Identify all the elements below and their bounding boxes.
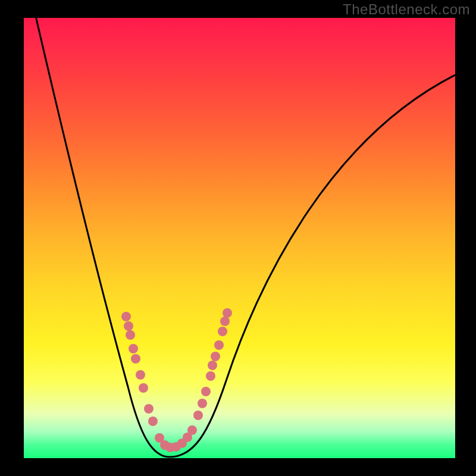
marker-right-7: [218, 327, 227, 336]
markers-group: [121, 308, 232, 452]
marker-left-3: [129, 344, 138, 353]
series-group: [33, 6, 455, 457]
marker-right-8: [220, 317, 230, 326]
marker-bottom-6: [187, 425, 197, 435]
marker-left-1: [124, 321, 133, 331]
chart-svg: [24, 18, 455, 458]
marker-left-7: [144, 404, 154, 414]
marker-left-8: [148, 416, 158, 426]
marker-right-6: [214, 340, 224, 350]
marker-left-6: [139, 383, 148, 393]
chart-frame: TheBottleneck.com: [0, 0, 476, 476]
marker-right-2: [201, 387, 211, 396]
marker-right-0: [193, 411, 203, 420]
marker-left-4: [131, 354, 140, 364]
marker-right-5: [211, 352, 220, 361]
marker-left-0: [121, 312, 131, 321]
curve-bottleneck-curve: [33, 6, 455, 457]
marker-right-4: [208, 361, 217, 370]
marker-right-3: [206, 371, 215, 381]
plot-area: [24, 18, 455, 458]
marker-right-1: [198, 399, 207, 408]
marker-left-2: [126, 330, 135, 340]
watermark-text: TheBottleneck.com: [343, 1, 470, 18]
marker-left-5: [136, 370, 145, 380]
marker-right-9: [223, 308, 232, 318]
